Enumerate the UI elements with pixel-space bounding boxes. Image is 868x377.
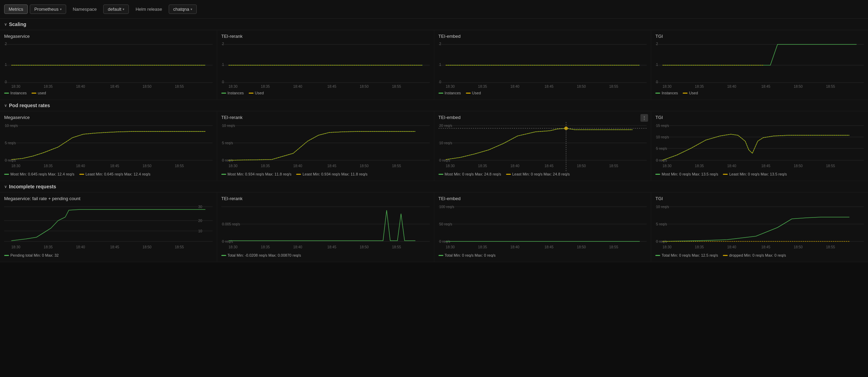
- scaling-title: Scaling: [9, 22, 26, 27]
- legend-label-4b: Used: [689, 91, 698, 95]
- legend-instances-3: Instances: [439, 91, 461, 95]
- svg-text:18:30: 18:30: [229, 85, 238, 88]
- svg-text:18:45: 18:45: [761, 164, 770, 168]
- legend-dot-green-3: [439, 93, 443, 94]
- chart-menu-button[interactable]: ⋮: [640, 114, 648, 122]
- svg-text:18:30: 18:30: [445, 245, 454, 249]
- svg-text:18:45: 18:45: [544, 245, 553, 249]
- prr-tei-embed-legend: Most Min: 0 req/s Max: 24.8 req/s Least …: [439, 172, 647, 176]
- incomplete-requests-section-header[interactable]: ∨ Incomplete requests: [0, 181, 868, 192]
- legend-label-2b: Used: [255, 91, 264, 95]
- prometheus-label: Prometheus: [34, 7, 59, 12]
- svg-text:18:40: 18:40: [510, 85, 519, 88]
- incomplete-requests-title: Incomplete requests: [9, 184, 56, 189]
- prr-tgi-dot-green: [655, 174, 660, 175]
- ir-tgi-dropped-label: dropped Min: 0 req/s Max: 0 req/s: [729, 253, 786, 257]
- scaling-tei-embed-panel: TEI-embed 2 1 0 18:30 18:35 18:40 18:45 …: [434, 30, 651, 100]
- prr-tgi-most: Most Min: 0 req/s Max: 13.5 req/s: [655, 172, 718, 176]
- ir-te-dot-green: [439, 255, 443, 256]
- svg-text:18:50: 18:50: [794, 85, 803, 88]
- legend-used: used: [32, 91, 46, 95]
- svg-text:2: 2: [5, 42, 7, 46]
- svg-text:18:40: 18:40: [510, 245, 519, 249]
- svg-text:2: 2: [222, 42, 224, 46]
- svg-text:0: 0: [222, 80, 224, 84]
- prometheus-button[interactable]: Prometheus ▾: [30, 5, 66, 14]
- svg-text:18:55: 18:55: [392, 164, 401, 168]
- legend-used-4: Used: [683, 91, 698, 95]
- scaling-megaservice-chart: 2 1 0 18:30 18:35 18:40 18:45 18:50 18:5…: [4, 41, 213, 89]
- svg-text:18:50: 18:50: [577, 85, 586, 88]
- ir-tei-embed-legend: Total Min: 0 req/s Max: 0 req/s: [439, 253, 647, 257]
- prr-tei-embed-title: TEI-embed: [439, 115, 647, 120]
- default-chevron-icon: ▾: [123, 7, 124, 11]
- prr-dot-yellow: [79, 174, 84, 175]
- ir-tei-rerank-chart: 0.005 req/s 0 req/s 18:30 18:35 18:40 18…: [221, 203, 430, 252]
- prr-tei-rerank-panel: TEI-rerank 10 req/s 5 req/s 0 req/s 18:3…: [217, 111, 434, 181]
- svg-text:18:30: 18:30: [445, 164, 454, 168]
- prr-tgi-dot-yellow: [723, 174, 728, 175]
- svg-text:0: 0: [656, 80, 658, 84]
- scaling-tgi-chart: 2 1 0 18:30 18:35 18:40 18:45 18:50 18:5…: [655, 41, 864, 89]
- svg-text:18:30: 18:30: [229, 164, 238, 168]
- svg-text:10: 10: [198, 229, 202, 233]
- default-button[interactable]: default ▾: [103, 5, 129, 14]
- prr-te-most-label: Most Min: 0 req/s Max: 24.8 req/s: [445, 172, 501, 176]
- svg-text:18:50: 18:50: [360, 85, 369, 88]
- svg-text:18:40: 18:40: [293, 164, 302, 168]
- svg-text:0.005 req/s: 0.005 req/s: [222, 222, 240, 226]
- svg-text:18:35: 18:35: [695, 85, 704, 88]
- legend-instances-4: Instances: [655, 91, 678, 95]
- chatqna-button[interactable]: chatqna ▾: [169, 5, 197, 14]
- prr-te-dot-yellow: [506, 174, 511, 175]
- ir-dot-green: [4, 255, 9, 256]
- svg-text:18:55: 18:55: [826, 245, 835, 249]
- legend-dot-yellow-2: [249, 93, 254, 94]
- prr-te-least: Least Min: 0 req/s Max: 24.8 req/s: [506, 172, 570, 176]
- legend-dot-yellow: [32, 93, 36, 94]
- ir-tgi-total: Total Min: 0 req/s Max: 12.5 req/s: [655, 253, 718, 257]
- svg-text:18:45: 18:45: [761, 245, 770, 249]
- svg-text:5 req/s: 5 req/s: [5, 141, 16, 145]
- prr-tr-dot-green: [221, 174, 226, 175]
- svg-text:1: 1: [656, 63, 658, 67]
- svg-text:18:35: 18:35: [478, 245, 487, 249]
- legend-dot-green-4: [655, 93, 660, 94]
- scaling-section-header[interactable]: ∨ Scaling: [0, 19, 868, 30]
- prr-tr-most-label: Most Min: 0.934 req/s Max: 11.8 req/s: [228, 172, 292, 176]
- pod-request-rates-section-header[interactable]: ∨ Pod request rates: [0, 100, 868, 111]
- svg-text:50 req/s: 50 req/s: [439, 222, 452, 226]
- svg-text:10 req/s: 10 req/s: [5, 124, 18, 128]
- svg-text:18:55: 18:55: [609, 85, 618, 88]
- prr-te-most: Most Min: 0 req/s Max: 24.8 req/s: [439, 172, 501, 176]
- pod-request-rates-chevron-icon: ∨: [4, 103, 7, 108]
- legend-instances: Instances: [4, 91, 27, 95]
- legend-dot-green-2: [221, 93, 226, 94]
- scaling-tei-embed-chart: 2 1 0 18:30 18:35 18:40 18:45 18:50 18:5…: [439, 41, 647, 89]
- prr-megaservice-chart: 10 req/s 5 req/s 0 req/s 18:30 18:35 18:…: [4, 122, 213, 171]
- ir-tr-total-label: Total Min: -0.0208 req/s Max: 0.00870 re…: [228, 253, 301, 257]
- svg-text:18:50: 18:50: [142, 164, 151, 168]
- svg-text:10 req/s: 10 req/s: [439, 141, 452, 145]
- ir-tgi-total-label: Total Min: 0 req/s Max: 12.5 req/s: [662, 253, 718, 257]
- svg-text:18:45: 18:45: [110, 164, 119, 168]
- svg-text:18:35: 18:35: [478, 164, 487, 168]
- svg-text:18:40: 18:40: [76, 164, 85, 168]
- svg-text:18:30: 18:30: [663, 245, 672, 249]
- ir-te-total: Total Min: 0 req/s Max: 0 req/s: [439, 253, 496, 257]
- prr-tgi-chart: 15 req/s 10 req/s 5 req/s 0 req/s 18:30 …: [655, 122, 864, 171]
- ir-tei-rerank-title: TEI-rerank: [221, 196, 430, 201]
- svg-text:18:45: 18:45: [327, 164, 336, 168]
- svg-text:0: 0: [5, 80, 7, 84]
- svg-text:18:35: 18:35: [261, 164, 270, 168]
- prr-tei-rerank-legend: Most Min: 0.934 req/s Max: 11.8 req/s Le…: [221, 172, 430, 176]
- prr-tei-rerank-chart: 10 req/s 5 req/s 0 req/s 18:30 18:35 18:…: [221, 122, 430, 171]
- svg-text:1: 1: [5, 63, 7, 67]
- prr-megaservice-legend: Most Min: 0.645 req/s Max: 12.4 req/s Le…: [4, 172, 213, 176]
- scaling-tei-rerank-chart: 2 1 0 18:30 18:35 18:40 18:45 18:50 18:5…: [221, 41, 430, 89]
- prr-tgi-least: Least Min: 0 req/s Max: 13.5 req/s: [723, 172, 787, 176]
- svg-text:5 req/s: 5 req/s: [656, 147, 667, 151]
- svg-text:30: 30: [198, 205, 202, 209]
- metrics-button[interactable]: Metrics: [4, 5, 28, 14]
- ir-tgi-title: TGI: [655, 196, 864, 201]
